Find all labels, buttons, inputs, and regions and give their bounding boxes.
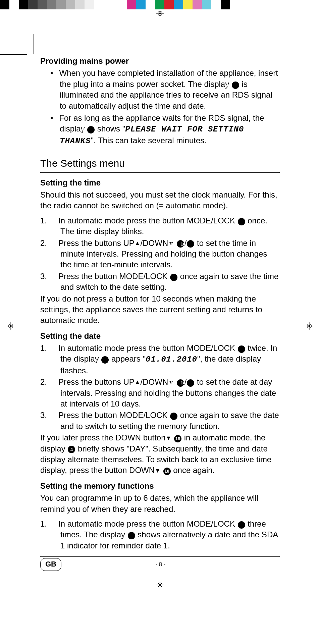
ref-badge-18: 18 <box>187 379 194 387</box>
date-steps: 1.In automatic mode press the button MOD… <box>40 343 280 432</box>
list-item: 3.Press the button MODE/LOCK 17 once aga… <box>50 271 280 293</box>
registration-mark-left <box>7 322 15 330</box>
triangle-down-icon <box>166 433 172 442</box>
ref-badge-4: 4 <box>68 446 75 453</box>
heading-settings-menu: The Settings menu <box>40 157 280 173</box>
ref-badge-17: 17 <box>238 345 245 353</box>
list-item: For as long as the appliance waits for t… <box>50 113 280 147</box>
ref-badge-18: 18 <box>187 240 194 248</box>
memory-steps: 1.In automatic mode press the button MOD… <box>40 519 280 551</box>
ref-badge-17: 17 <box>170 274 177 281</box>
paragraph: You can programme in up to 6 dates, whic… <box>40 493 280 515</box>
time-steps: 1.In automatic mode press the button MOD… <box>40 215 280 293</box>
ref-badge-18: 18 <box>163 468 171 475</box>
ref-badge-18: 18 <box>174 435 181 442</box>
svg-point-11 <box>308 325 310 327</box>
list-item: When you have completed installation of … <box>50 68 280 111</box>
ref-badge-4: 4 <box>87 126 95 133</box>
list-item: 1.In automatic mode press the button MOD… <box>50 519 280 551</box>
list-item: 2.Press the buttons UP/DOWN 19/18 to set… <box>50 377 280 409</box>
ref-badge-17: 17 <box>238 521 245 529</box>
lcd-text: 01.01.2010 <box>146 355 197 364</box>
page-content: Providing mains power When you have comp… <box>0 41 320 574</box>
ref-badge-17: 17 <box>238 218 245 225</box>
paragraph: If you do not press a button for 10 seco… <box>40 293 280 326</box>
list-item: 1.In automatic mode press the button MOD… <box>50 343 280 376</box>
paragraph: Should this not succeed, you must set th… <box>40 190 280 211</box>
list-item: 3.Press the button MODE/LOCK 17 once aga… <box>50 410 280 432</box>
page-number: - 8 - <box>41 561 280 568</box>
ref-badge-4: 4 <box>101 356 109 364</box>
heading-memory-functions: Setting the memory functions <box>40 481 280 491</box>
registration-mark-top <box>0 9 320 17</box>
ref-badge-17: 17 <box>170 413 177 420</box>
heading-setting-time: Setting the time <box>40 177 280 188</box>
crop-marks <box>0 17 320 41</box>
triangle-up-icon <box>135 238 141 248</box>
registration-mark-right <box>305 322 313 330</box>
triangle-up-icon <box>135 377 141 386</box>
ref-badge-4: 4 <box>232 82 239 89</box>
svg-point-7 <box>10 325 12 327</box>
list-item: 1.In automatic mode press the button MOD… <box>50 215 280 237</box>
heading-mains-power: Providing mains power <box>40 56 280 66</box>
heading-setting-date: Setting the date <box>40 331 280 341</box>
mains-power-list: When you have completed installation of … <box>40 68 280 147</box>
paragraph: If you later press the DOWN button 18 in… <box>40 432 280 476</box>
svg-point-3 <box>159 12 161 14</box>
triangle-down-icon <box>155 466 161 475</box>
ref-badge-4: 4 <box>128 532 135 539</box>
printer-color-bar <box>0 0 320 9</box>
page-footer: GB - 8 - <box>40 556 280 571</box>
svg-point-15 <box>159 584 161 586</box>
list-item: 2.Press the buttons UP/DOWN 19/18 to set… <box>50 238 280 270</box>
registration-mark-bottom <box>0 581 320 589</box>
